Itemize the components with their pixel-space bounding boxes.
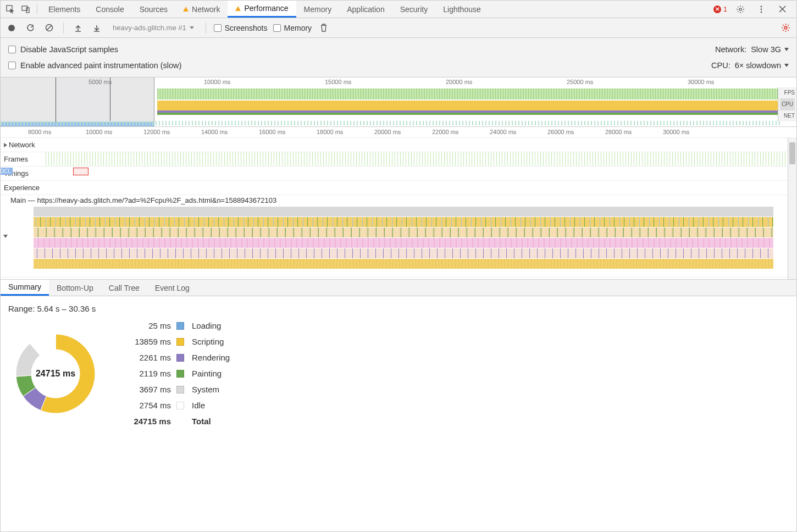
collapse-icon[interactable] xyxy=(3,235,8,238)
tab-event-log[interactable]: Event Log xyxy=(147,280,197,296)
track-main[interactable]: Main — https://heavy-ads.glitch.me/?ad=%… xyxy=(1,195,796,278)
summary-panel: Range: 5.64 s – 30.36 s 24715 ms 25 msLo… xyxy=(1,296,796,434)
warning-icon xyxy=(183,7,189,12)
tab-summary[interactable]: Summary xyxy=(1,280,49,296)
more-menu-icon[interactable] xyxy=(754,2,769,17)
frames-strip xyxy=(46,152,796,166)
summary-range: Range: 5.64 s – 30.36 s xyxy=(8,304,789,313)
capture-settings-panel: Disable JavaScript samples Network: Slow… xyxy=(1,38,796,77)
donut-center-total: 24715 ms xyxy=(12,330,99,418)
swatch-scripting xyxy=(176,338,184,346)
tab-performance[interactable]: Performance xyxy=(228,1,296,18)
summary-legend: 25 msLoading 13859 msScripting 2261 msRe… xyxy=(121,321,230,426)
overview-cpu-lane xyxy=(157,101,781,115)
swatch-painting xyxy=(176,370,184,378)
details-tabs: Summary Bottom-Up Call Tree Event Log xyxy=(1,280,796,296)
overview-net-lane xyxy=(1,121,781,125)
svg-point-4 xyxy=(761,5,762,7)
profile-selector[interactable]: heavy-ads.glitch.me #1 xyxy=(109,22,198,34)
timing-marker xyxy=(73,168,88,175)
cpu-throttle-label: CPU: xyxy=(711,61,730,70)
flame-row[interactable] xyxy=(34,217,773,227)
separator xyxy=(206,23,206,34)
expand-icon[interactable] xyxy=(4,143,7,147)
tab-lighthouse[interactable]: Lighthouse xyxy=(435,1,489,18)
devtools-tabs-bar: Elements Console Sources Network Perform… xyxy=(1,1,796,18)
tab-elements[interactable]: Elements xyxy=(41,1,88,18)
track-frames[interactable]: Frames xyxy=(1,152,796,167)
svg-point-7 xyxy=(8,25,15,31)
tab-network[interactable]: Network xyxy=(175,1,228,18)
overview-tick: 25000 ms xyxy=(567,79,593,85)
overview-selection[interactable] xyxy=(1,77,154,126)
inspect-icon[interactable] xyxy=(3,2,18,17)
disable-js-samples-checkbox[interactable]: Disable JavaScript samples xyxy=(8,45,118,54)
svg-point-5 xyxy=(761,8,762,10)
separator xyxy=(63,23,64,34)
summary-donut-chart: 24715 ms xyxy=(12,330,99,418)
tab-security[interactable]: Security xyxy=(392,1,436,18)
warning-icon xyxy=(235,6,241,11)
error-count-badge[interactable]: ✕ 1 xyxy=(713,5,727,13)
chevron-down-icon xyxy=(784,64,789,67)
overview-tick: 10000 ms xyxy=(204,79,230,85)
flame-row[interactable] xyxy=(34,228,773,237)
tab-call-tree[interactable]: Call Tree xyxy=(101,280,147,296)
error-icon: ✕ xyxy=(713,5,721,13)
tab-application[interactable]: Application xyxy=(339,1,392,18)
track-experience[interactable]: Experience xyxy=(1,181,796,195)
tab-console[interactable]: Console xyxy=(88,1,131,18)
clear-button[interactable] xyxy=(42,21,56,35)
svg-point-9 xyxy=(784,26,787,29)
swatch-idle xyxy=(176,402,184,409)
flame-row[interactable] xyxy=(34,248,773,258)
timeline-overview[interactable]: 5000 ms 10000 ms 15000 ms 20000 ms 25000… xyxy=(1,77,796,127)
network-throttle-label: Network: xyxy=(715,45,746,54)
settings-gear-icon[interactable] xyxy=(733,2,748,17)
track-timings[interactable]: DCL Timings xyxy=(1,167,796,181)
panel-tabs: Elements Console Sources Network Perform… xyxy=(41,1,713,18)
tab-bottom-up[interactable]: Bottom-Up xyxy=(49,280,101,296)
overview-fps-lane xyxy=(157,88,781,99)
reload-button[interactable] xyxy=(24,21,37,35)
overview-tick: 15000 ms xyxy=(325,79,351,85)
timeline-ruler[interactable]: 8000 ms 10000 ms 12000 ms 14000 ms 16000… xyxy=(1,127,796,138)
flame-row[interactable] xyxy=(34,207,773,217)
chevron-down-icon xyxy=(784,48,789,51)
track-network[interactable]: Network xyxy=(1,138,796,152)
overview-tick: 5000 ms xyxy=(88,79,112,85)
close-icon[interactable] xyxy=(774,2,790,17)
record-button[interactable] xyxy=(5,21,18,35)
upload-profile-button[interactable] xyxy=(71,21,85,35)
performance-toolbar: heavy-ads.glitch.me #1 Screenshots Memor… xyxy=(1,18,796,38)
trash-button[interactable] xyxy=(317,21,330,35)
svg-point-6 xyxy=(761,11,762,13)
screenshots-checkbox[interactable]: Screenshots xyxy=(214,24,268,32)
main-track-title: Main — https://heavy-ads.glitch.me/?ad=%… xyxy=(10,196,276,204)
vertical-scrollbar[interactable] xyxy=(788,138,796,279)
overview-tick: 20000 ms xyxy=(446,79,472,85)
chevron-down-icon xyxy=(190,26,194,29)
memory-checkbox[interactable]: Memory xyxy=(273,24,312,32)
tab-memory[interactable]: Memory xyxy=(296,1,340,18)
svg-point-3 xyxy=(739,8,741,10)
overview-lane-labels: FPS CPU NET xyxy=(778,87,796,121)
tab-sources[interactable]: Sources xyxy=(132,1,175,18)
swatch-loading xyxy=(176,322,184,330)
separator xyxy=(37,4,37,14)
cpu-throttle-select[interactable]: 6× slowdown xyxy=(735,61,789,70)
network-throttle-select[interactable]: Slow 3G xyxy=(751,45,789,54)
flame-row[interactable] xyxy=(34,238,773,248)
capture-settings-gear-icon[interactable] xyxy=(779,21,792,35)
flame-row[interactable] xyxy=(34,259,773,269)
download-profile-button[interactable] xyxy=(90,21,103,35)
dcl-marker: DCL xyxy=(1,168,13,175)
device-toggle-icon[interactable] xyxy=(18,2,34,17)
flame-chart-tracks[interactable]: Network Frames DCL Timings Experience Ma… xyxy=(1,138,796,280)
enable-paint-instrumentation-checkbox[interactable]: Enable advanced paint instrumentation (s… xyxy=(8,61,181,70)
swatch-system xyxy=(176,386,184,394)
overview-tick: 30000 ms xyxy=(688,79,714,85)
swatch-rendering xyxy=(176,354,184,362)
